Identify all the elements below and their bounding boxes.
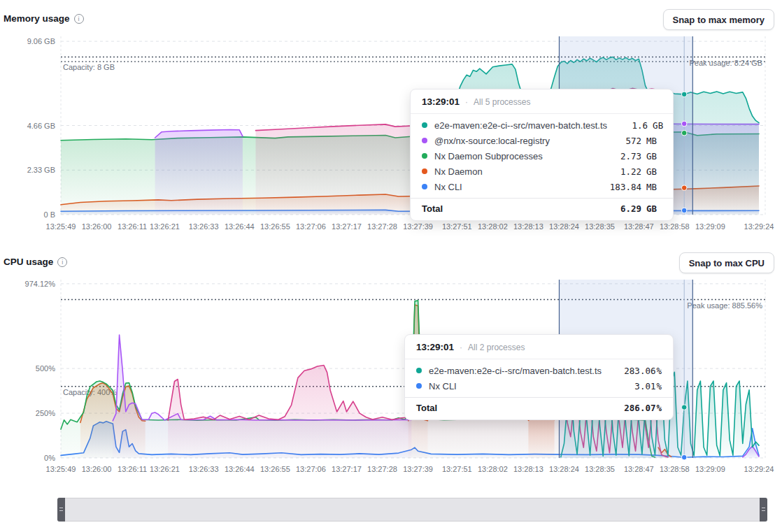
memory-tooltip-header: 13:29:01 · All 5 processes <box>411 89 673 114</box>
svg-text:13:27:39: 13:27:39 <box>403 222 433 231</box>
svg-text:13:25:49: 13:25:49 <box>46 222 76 231</box>
svg-text:13:27:39: 13:27:39 <box>403 465 433 473</box>
tooltip-row: Nx CLI3.01% <box>405 378 673 394</box>
svg-text:250%: 250% <box>36 409 55 417</box>
process-name: Nx CLI <box>429 381 615 391</box>
cpu-usage-title-label: CPU usage <box>3 257 53 267</box>
process-value: 2.73 <box>601 151 641 161</box>
process-name: e2e-maven:e2e-ci--src/maven-batch.test.t… <box>429 366 615 376</box>
profiler-page: 9.06 GB4.66 GB2.33 GB0 BCapacity: 8 GBPe… <box>0 0 782 532</box>
dot-separator-icon: · <box>460 343 462 352</box>
memory-tooltip-rows: e2e-maven:e2e-ci--src/maven-batch.test.t… <box>411 114 673 196</box>
cpu-usage-title: CPU usage i <box>3 257 67 267</box>
process-unit: GB <box>653 120 668 131</box>
svg-text:13:27:28: 13:27:28 <box>367 222 397 231</box>
process-unit: % <box>656 366 662 376</box>
grip-lines-icon <box>59 508 63 511</box>
process-name: @nx/nx-source:local-registry <box>434 136 601 146</box>
svg-text:13:26:55: 13:26:55 <box>260 465 290 473</box>
svg-text:0 B: 0 B <box>43 210 55 219</box>
svg-text:0%: 0% <box>44 454 55 462</box>
process-value: 183.84 <box>601 182 641 192</box>
brush-right-handle[interactable] <box>760 498 767 522</box>
svg-text:13:28:02: 13:28:02 <box>478 465 508 473</box>
svg-text:13:26:21: 13:26:21 <box>150 465 180 473</box>
tooltip-time: 13:29:01 <box>422 96 460 107</box>
process-value: 3.01 <box>615 381 655 391</box>
svg-text:13:26:21: 13:26:21 <box>150 222 180 231</box>
total-unit: GB <box>646 203 662 214</box>
total-label: Total <box>416 403 615 413</box>
svg-text:13:27:51: 13:27:51 <box>442 465 472 473</box>
process-value: 1.22 <box>601 166 641 177</box>
dot-separator-icon: · <box>465 97 468 107</box>
svg-text:13:26:44: 13:26:44 <box>225 465 255 473</box>
series-dot-icon <box>416 383 422 389</box>
memory-tooltip: 13:29:01 · All 5 processes e2e-maven:e2e… <box>410 89 674 221</box>
svg-text:2.33 GB: 2.33 GB <box>27 166 55 174</box>
process-value: 572 <box>601 136 641 146</box>
tooltip-row: e2e-maven:e2e-ci--src/maven-batch.test.t… <box>411 117 673 133</box>
series-dot-icon <box>422 184 427 189</box>
svg-text:13:28:58: 13:28:58 <box>660 465 690 473</box>
process-unit: % <box>656 381 662 391</box>
snap-to-max-memory-button[interactable]: Snap to max memory <box>663 9 775 30</box>
tooltip-subtitle: All 2 processes <box>468 343 525 352</box>
timeline-brush-track[interactable] <box>57 498 767 522</box>
svg-text:13:27:06: 13:27:06 <box>296 465 326 473</box>
svg-text:13:28:13: 13:28:13 <box>513 465 543 473</box>
svg-text:13:27:17: 13:27:17 <box>332 222 362 231</box>
svg-text:974.12%: 974.12% <box>25 280 56 288</box>
tooltip-row: Nx CLI183.84MB <box>411 179 673 194</box>
info-icon[interactable]: i <box>57 257 67 267</box>
svg-text:4.66 GB: 4.66 GB <box>27 122 55 130</box>
process-unit: MB <box>646 182 662 192</box>
svg-text:13:28:24: 13:28:24 <box>549 222 579 231</box>
process-unit: GB <box>646 166 662 177</box>
svg-text:13:28:02: 13:28:02 <box>478 222 508 231</box>
process-unit: GB <box>646 151 662 161</box>
process-name: Nx Daemon <box>434 166 601 177</box>
series-dot-icon <box>422 153 427 159</box>
tooltip-row: Nx Daemon1.22GB <box>411 164 673 179</box>
process-unit: MB <box>646 136 662 146</box>
svg-text:13:26:00: 13:26:00 <box>82 222 112 231</box>
total-unit: % <box>656 403 662 413</box>
memory-usage-title: Memory usage i <box>3 13 84 24</box>
svg-text:13:29:09: 13:29:09 <box>695 222 725 231</box>
svg-text:13:28:47: 13:28:47 <box>624 222 654 231</box>
cpu-tooltip-header: 13:29:01 · All 2 processes <box>405 335 673 359</box>
svg-text:13:26:00: 13:26:00 <box>82 465 112 473</box>
svg-text:9.06 GB: 9.06 GB <box>27 37 55 45</box>
tooltip-time: 13:29:01 <box>416 342 454 352</box>
process-value: 283.06 <box>615 366 655 376</box>
process-name: e2e-maven:e2e-ci--src/maven-batch.test.t… <box>434 120 607 131</box>
svg-text:13:28:13: 13:28:13 <box>513 222 543 231</box>
grip-lines-icon <box>762 508 765 511</box>
memory-tooltip-total: Total 6.29 GB <box>411 198 673 220</box>
svg-text:13:26:11: 13:26:11 <box>118 465 147 473</box>
cpu-tooltip-total: Total 286.07 % <box>405 397 673 419</box>
series-dot-icon <box>422 138 427 143</box>
process-name: Nx CLI <box>434 182 601 192</box>
svg-text:13:27:06: 13:27:06 <box>296 222 326 231</box>
info-icon[interactable]: i <box>74 14 84 24</box>
tooltip-subtitle: All 5 processes <box>474 97 530 107</box>
svg-text:13:27:51: 13:27:51 <box>442 222 472 231</box>
process-value: 1.6 <box>607 120 648 131</box>
tooltip-row: @nx/nx-source:local-registry572MB <box>411 133 673 148</box>
svg-text:13:28:24: 13:28:24 <box>549 465 579 473</box>
brush-left-handle[interactable] <box>57 498 65 522</box>
process-name: Nx Daemon Subprocesses <box>434 151 601 161</box>
cpu-tooltip: 13:29:01 · All 2 processes e2e-maven:e2e… <box>404 334 674 420</box>
snap-to-max-cpu-button[interactable]: Snap to max CPU <box>679 252 774 273</box>
svg-text:13:26:33: 13:26:33 <box>189 222 219 231</box>
svg-text:13:29:24: 13:29:24 <box>744 465 774 473</box>
svg-text:13:28:35: 13:28:35 <box>585 465 615 473</box>
cpu-tooltip-rows: e2e-maven:e2e-ci--src/maven-batch.test.t… <box>405 359 673 396</box>
svg-text:13:27:28: 13:27:28 <box>367 465 397 473</box>
svg-text:13:28:35: 13:28:35 <box>585 222 615 231</box>
svg-text:13:26:44: 13:26:44 <box>225 222 255 231</box>
total-value: 286.07 <box>615 403 655 413</box>
svg-text:13:26:55: 13:26:55 <box>260 222 290 231</box>
